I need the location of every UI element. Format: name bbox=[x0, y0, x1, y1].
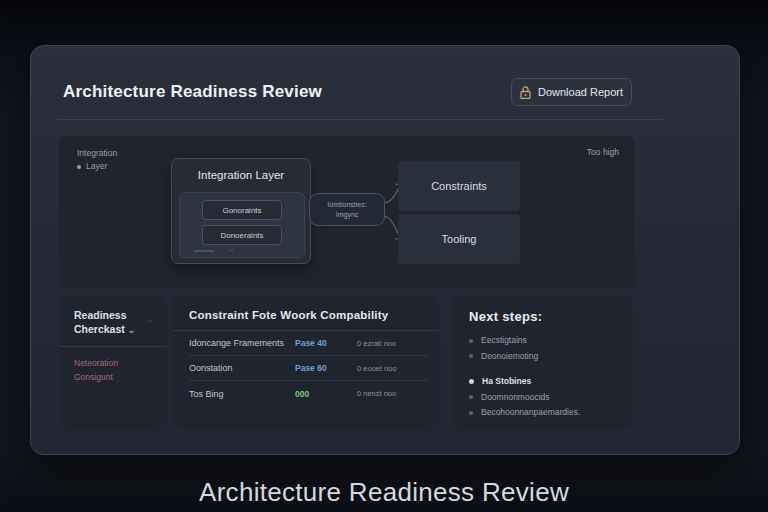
row-value: Pase 40 bbox=[295, 338, 357, 348]
row-label: Tos Bing bbox=[189, 389, 295, 399]
page-title: Architecture Readiness Review bbox=[63, 82, 322, 102]
table-row: Tos Bing 000 0 nenst noo bbox=[189, 381, 429, 406]
integration-sub-box-2: Donoeraints bbox=[202, 225, 282, 245]
chevron-watermark-icon: ⌄ bbox=[144, 308, 157, 327]
table-row: Idoncange Framements Pase 40 0 ezrati no… bbox=[189, 331, 429, 356]
legend-line-1: Integration bbox=[77, 147, 117, 160]
list-item: Doomnonmoocids bbox=[469, 390, 633, 406]
next-steps-title: Next steps: bbox=[451, 296, 633, 324]
bullet-icon bbox=[469, 339, 473, 343]
download-report-label: Download Report bbox=[538, 86, 623, 98]
row-label: Oonstation bbox=[189, 363, 295, 373]
checklist-item: Gonsigunt bbox=[74, 370, 167, 384]
integration-layer-inner-panel: Gonoraints Donoeraints bbox=[179, 192, 305, 258]
row-label: Idoncange Framements bbox=[189, 338, 295, 348]
bullet-icon bbox=[469, 379, 474, 384]
integration-layer-box: Integration Layer Gonoraints Donoeraints bbox=[171, 158, 311, 264]
step-label: Becohoonnanpaemardies. bbox=[481, 405, 580, 421]
checklist-title-line-2: Cherckast bbox=[74, 323, 125, 335]
row-status: 0 ezrati noo bbox=[357, 339, 429, 348]
compatibility-table-title: Constraint Fote Woork Compability bbox=[173, 296, 439, 321]
lock-icon bbox=[520, 86, 531, 99]
legend-bullet-icon bbox=[77, 165, 81, 169]
diagram-corner-label: Too high bbox=[587, 147, 619, 157]
legend-line-2: Layer bbox=[86, 160, 107, 173]
download-report-button[interactable]: Download Report bbox=[511, 78, 632, 106]
bullet-icon bbox=[469, 354, 473, 358]
architecture-diagram-panel: Integration Layer Too high Integration L… bbox=[59, 136, 635, 288]
list-item-emphasized: Ha Stobines bbox=[469, 374, 633, 390]
checklist-item: Neteoration bbox=[74, 356, 167, 370]
next-steps-list: Eecstigtains Deonoiemoting Ha Stobines D… bbox=[451, 324, 633, 421]
list-item: Eecstigtains bbox=[469, 333, 633, 349]
diagram-legend: Integration Layer bbox=[77, 147, 117, 173]
compatibility-table-panel: Constraint Fote Woork Compability Idonca… bbox=[173, 296, 439, 429]
constraints-node: Constraints bbox=[398, 161, 520, 211]
step-label: Deonoiemoting bbox=[481, 349, 538, 365]
connector-label-pill: Iúmtionsties: Imgync bbox=[309, 193, 385, 226]
next-steps-panel: Next steps: Eecstigtains Deonoiemoting H… bbox=[451, 296, 633, 429]
readiness-checklist-panel: ⌄ Readiness Cherckast⌄ Neteoration Gonsi… bbox=[59, 296, 167, 429]
bullet-icon bbox=[469, 395, 473, 399]
integration-sub-box-1: Gonoraints bbox=[202, 200, 282, 220]
step-label: Ha Stobines bbox=[482, 374, 531, 390]
list-item: Deonoiemoting bbox=[469, 349, 633, 365]
integration-layer-title: Integration Layer bbox=[172, 169, 310, 181]
row-value: Pase 60 bbox=[295, 363, 357, 373]
connector-label-line-1: Iúmtionsties: bbox=[327, 200, 366, 210]
bullet-icon bbox=[469, 411, 473, 415]
review-card: Architecture Readiness Review Download R… bbox=[30, 45, 740, 455]
table-row: Oonstation Pase 60 0 eooet noo bbox=[189, 356, 429, 381]
inner-tick-decoration bbox=[228, 249, 234, 252]
tooling-node: Tooling bbox=[398, 214, 520, 264]
screenshot-stage: Architecture Readiness Review Download R… bbox=[0, 0, 768, 512]
inner-dash-decoration bbox=[194, 250, 214, 252]
row-status: 0 eooet noo bbox=[357, 364, 429, 373]
connector-label-line-2: Imgync bbox=[336, 210, 359, 220]
step-label: Doomnonmoocids bbox=[481, 390, 550, 406]
chevron-down-icon: ⌄ bbox=[128, 325, 136, 335]
header-divider bbox=[57, 119, 663, 120]
list-item: Becohoonnanpaemardies. bbox=[469, 405, 633, 421]
row-status: 0 nenst noo bbox=[357, 389, 429, 398]
bottom-caption: Architecture Readiness Review bbox=[0, 477, 768, 508]
step-label: Eecstigtains bbox=[481, 333, 527, 349]
row-value: 000 bbox=[295, 389, 357, 399]
